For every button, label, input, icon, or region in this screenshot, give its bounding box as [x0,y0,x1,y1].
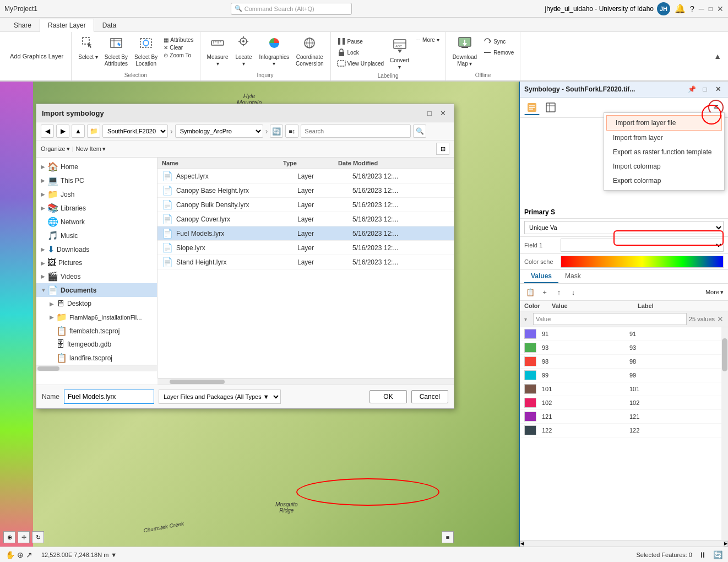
value-row-91[interactable]: 91 91 [520,327,721,341]
tab-mask[interactable]: Mask [558,270,588,283]
notification-icon[interactable]: 🔔 [675,3,686,14]
pan-controls[interactable]: ✛ [18,531,30,543]
coordinates-dropdown[interactable]: ▼ [111,552,117,558]
val-add-button[interactable]: + [539,286,551,298]
coordinate-conversion-button[interactable]: CoordinateConversion [294,34,326,68]
sidebar-item-landfire[interactable]: 📋 landfire.tscproj [36,351,157,365]
value-row-98[interactable]: 98 98 [520,355,721,369]
color-scheme-preview[interactable] [561,256,724,268]
name-column-header[interactable]: Name [157,158,279,169]
sidebar-item-desktop[interactable]: ▶ 🖥 Desktop [36,297,157,310]
sym-close-button[interactable]: ✕ [713,84,724,95]
select-tool-icon[interactable]: ↗ [26,550,32,559]
value-row-122[interactable]: 122 122 [520,424,721,437]
sym-tool-appearance[interactable] [524,100,540,115]
sort-button[interactable]: ≡↕ [285,125,298,138]
organize-button[interactable]: Organize ▾ [41,145,70,153]
lock-button[interactable]: Lock [335,47,386,57]
val-clear-filter-button[interactable]: ✕ [717,315,724,323]
zoom-to-button[interactable]: ⊙ Zoom To [162,52,195,59]
value-row-121[interactable]: 121 121 [520,410,721,424]
search-go-button[interactable]: 🔍 [413,125,426,138]
sym-pin-button[interactable]: 📌 [686,84,697,95]
forward-button[interactable]: ▶ [56,125,69,138]
value-row-93[interactable]: 93 93 [520,341,721,355]
zoom-controls[interactable]: ⊕ [3,531,15,543]
sidebar-scrollbar[interactable] [36,365,157,371]
tab-share[interactable]: Share [6,19,40,31]
rotation-controls[interactable]: ↻ [32,531,44,543]
sidebar-item-home[interactable]: ▶ 🏠 Home [36,160,157,174]
value-row-102[interactable]: 102 102 [520,396,721,410]
file-row-fuel-models[interactable]: 📄 Fuel Models.lyrx Layer 5/16/2023 12:..… [157,226,454,241]
file-row-canopy-bulk[interactable]: 📄 Canopy Bulk Density.lyrx Layer 5/16/20… [157,198,454,212]
select-button[interactable]: Select ▾ [76,34,100,62]
files-scrollbar[interactable] [157,378,454,385]
file-row-slope[interactable]: 📄 Slope.lyrx Layer 5/16/2023 12:... [157,241,454,255]
file-row-aspect[interactable]: 📄 Aspect.lyrx Layer 5/16/2023 12:... [157,169,454,183]
cancel-button[interactable]: Cancel [411,390,448,403]
dialog-maximize-button[interactable]: □ [424,107,435,118]
locate-button[interactable]: Locate▾ [232,34,254,68]
export-colormap-item[interactable]: Export colormap [604,174,724,188]
search-field[interactable] [301,125,411,138]
path-dropdown-1[interactable]: SouthForkLF2020 [102,125,168,138]
value-row-99[interactable]: 99 99 [520,369,721,382]
map-layers-btn[interactable]: ≡ [442,531,454,543]
sidebar-item-ftembatch[interactable]: 📋 ftembatch.tscproj [36,324,157,338]
close-button[interactable]: ✕ [717,4,724,13]
file-row-stand-height[interactable]: 📄 Stand Height.lyrx Layer 5/16/2023 12:.… [157,255,454,269]
sidebar-item-this-pc[interactable]: ▶ 💻 This PC [36,174,157,187]
folder-icon-btn[interactable]: 📁 [87,125,100,138]
more-labeling-button[interactable]: ⋯ More ▾ [414,36,441,44]
command-search[interactable]: 🔍 Command Search (Alt+Q) [231,3,352,15]
collapse-ribbon-icon[interactable]: ▲ [714,52,721,61]
tab-data[interactable]: Data [94,19,124,31]
sidebar-item-flammap6[interactable]: ▶ 📁 FlamMap6_InstallationFil... [36,310,157,324]
dialog-close-button[interactable]: ✕ [437,107,448,118]
help-icon[interactable]: ? [690,4,694,13]
sidebar-item-documents[interactable]: ▼ 📄 Documents [36,283,157,297]
val-more-button[interactable]: More ▾ [705,289,724,296]
sidebar-item-downloads[interactable]: ▶ ⬇ Downloads [36,242,157,256]
val-up-button[interactable]: ↑ [553,286,565,298]
val-copy-button[interactable]: 📋 [524,286,536,298]
sidebar-item-pictures[interactable]: ▶ 🖼 Pictures [36,256,157,269]
view-unplaced-button[interactable]: View Unplaced [335,58,386,68]
sidebar-item-josh[interactable]: ▶ 📁 Josh [36,187,157,201]
clear-button[interactable]: ✕ Clear [162,44,195,51]
sym-maximize-button[interactable]: □ [699,84,710,95]
attributes-button[interactable]: ▦ Attributes [162,36,195,44]
import-colormap-item[interactable]: Import colormap [604,159,724,174]
new-item-button[interactable]: New Item ▾ [76,145,106,153]
sym-tool-fields[interactable] [543,100,558,115]
sidebar-item-music[interactable]: 🎵 Music [36,229,157,242]
up-button[interactable]: ▲ [72,125,85,138]
back-button[interactable]: ◀ [41,125,54,138]
map-sidebar-btn[interactable]: ≡ [442,531,454,543]
remove-button[interactable]: Remove [481,47,515,57]
tab-raster-layer[interactable]: Raster Layer [40,19,94,32]
download-map-button[interactable]: DownloadMap ▾ [450,34,479,68]
import-from-layer-item[interactable]: Import from layer [604,131,724,145]
val-down-button[interactable]: ↓ [567,286,579,298]
sidebar-item-libraries[interactable]: ▶ 📚 Libraries [36,201,157,215]
file-row-canopy-base[interactable]: 📄 Canopy Base Height.lyrx Layer 5/16/202… [157,183,454,198]
minimize-button[interactable]: ─ [699,4,704,13]
renderer-dropdown[interactable]: Unique Va [524,221,724,234]
sync-button[interactable]: Sync [481,36,515,46]
measure-button[interactable]: Measure▾ [205,34,231,68]
name-input[interactable] [64,390,154,404]
pause-rendering-button[interactable]: ⏸ [699,550,707,559]
field1-dropdown[interactable] [561,239,724,252]
import-from-layer-file-item[interactable]: Import from layer file [606,115,722,131]
infographics-button[interactable]: Infographics▾ [257,34,291,68]
refresh-button[interactable]: 🔄 [270,125,283,138]
view-toggle-button[interactable]: ⊞ [436,143,449,155]
file-row-canopy-cover[interactable]: 📄 Canopy Cover.lyrx Layer 5/16/2023 12:.… [157,212,454,226]
scroll-left-btn[interactable]: ◀ [520,541,524,547]
scroll-right-btn[interactable]: ▶ [724,541,728,547]
value-filter-input[interactable] [533,313,687,325]
pan-tool-icon[interactable]: ✋ [6,550,15,559]
sidebar-item-network[interactable]: 🌐 Network [36,215,157,229]
